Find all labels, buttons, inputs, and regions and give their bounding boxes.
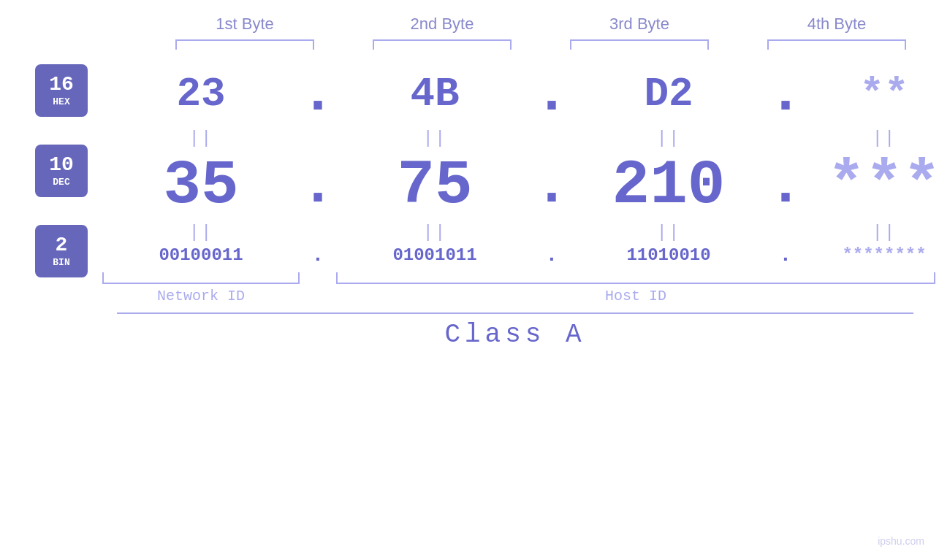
bin-dot-2: . [533, 244, 570, 266]
hex-dot-1: . [300, 61, 336, 127]
byte-headers-row: 1st Byte 2nd Byte 3rd Byte 4th Byte [146, 15, 939, 34]
eq-6: || [336, 223, 533, 242]
class-divider-line [117, 312, 913, 314]
network-id-label: Network ID [102, 288, 300, 304]
network-id-bracket [102, 272, 300, 284]
hex-badge: 16 HEX [35, 64, 88, 117]
hex-dot-2: . [533, 61, 570, 127]
top-bracket-2 [373, 39, 512, 50]
dec-dot-3: . [767, 153, 804, 219]
hex-val-3: D2 [570, 71, 767, 118]
eq-5: || [102, 223, 300, 242]
bin-val-2: 01001011 [336, 245, 533, 265]
hex-val-1: 23 [102, 71, 300, 118]
dec-dot-1: . [300, 153, 336, 219]
eq-1: || [102, 129, 300, 148]
dec-row: 35 . 75 . 210 . *** [102, 150, 939, 221]
dec-dot-2: . [533, 153, 570, 219]
bin-dot-1: . [300, 244, 336, 266]
hex-row: 23 . 4B . D2 . ** [102, 61, 939, 127]
byte-header-3: 3rd Byte [541, 15, 738, 34]
values-content: 23 . 4B . D2 . ** || || || || 35 [102, 61, 939, 305]
top-bracket-3 [570, 39, 709, 50]
host-id-label: Host ID [336, 288, 935, 304]
hex-badge-label: HEX [53, 96, 69, 107]
eq-2: || [336, 129, 533, 148]
base-badges: 16 HEX 10 DEC 2 BIN [35, 64, 88, 305]
bin-val-3: 11010010 [570, 245, 767, 265]
class-label: Class A [117, 320, 913, 350]
dec-val-1: 35 [102, 150, 300, 221]
hex-val-4: ** [804, 71, 939, 118]
id-labels: Network ID Host ID [102, 288, 939, 304]
top-bracket-1 [175, 39, 314, 50]
class-section: Class A [117, 312, 939, 350]
watermark: ipshu.com [878, 535, 924, 547]
eq-row-2: || || || || [102, 221, 939, 244]
dec-badge-num: 10 [49, 154, 74, 177]
hex-badge-num: 16 [49, 74, 74, 96]
eq-7: || [570, 223, 767, 242]
bin-badge: 2 BIN [35, 225, 88, 277]
bin-val-4: ******** [804, 245, 939, 265]
host-id-bracket [336, 272, 935, 284]
eq-8: || [804, 223, 939, 242]
byte-header-2: 2nd Byte [343, 15, 541, 34]
page-container: 1st Byte 2nd Byte 3rd Byte 4th Byte 16 H… [0, 0, 939, 560]
bin-val-1: 00100011 [102, 245, 300, 265]
top-brackets-row [146, 39, 939, 50]
bin-row: 00100011 . 01001011 . 11010010 . *******… [102, 244, 939, 266]
top-bracket-4 [767, 39, 906, 50]
dec-badge-label: DEC [53, 177, 69, 188]
hex-dot-3: . [767, 61, 804, 127]
byte-header-4: 4th Byte [738, 15, 935, 34]
eq-row-1: || || || || [102, 127, 939, 150]
main-content: 16 HEX 10 DEC 2 BIN 23 . 4B . D2 . ** [35, 61, 939, 305]
hex-val-2: 4B [336, 71, 533, 118]
bottom-brackets [102, 272, 939, 284]
dec-val-2: 75 [336, 150, 533, 221]
eq-3: || [570, 129, 767, 148]
bin-dot-3: . [767, 244, 804, 266]
dec-val-3: 210 [570, 150, 767, 221]
bin-badge-label: BIN [53, 257, 69, 268]
byte-header-1: 1st Byte [146, 15, 343, 34]
dec-val-4: *** [804, 150, 939, 221]
dec-badge: 10 DEC [35, 145, 88, 197]
bin-badge-num: 2 [56, 234, 68, 257]
eq-4: || [804, 129, 939, 148]
